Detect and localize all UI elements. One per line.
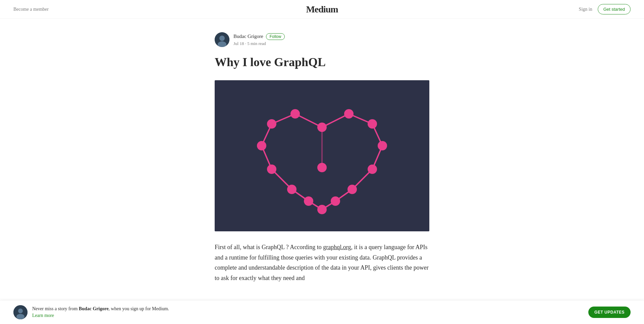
author-avatar [215,32,229,47]
svg-point-21 [257,141,266,150]
svg-point-32 [317,163,327,172]
become-member-link[interactable]: Become a member [13,7,49,12]
medium-logo: Medium [306,4,338,14]
notification-author-name: Budac Grigore [79,306,109,311]
svg-point-1 [219,36,225,41]
svg-point-20 [267,119,276,129]
follow-button[interactable]: Follow [266,33,285,40]
notification-avatar-image [13,305,28,319]
svg-point-34 [18,309,23,313]
author-info: Budac Grigore Follow Jul 18 · 5 min read [233,33,285,46]
svg-point-23 [287,185,297,194]
get-updates-button[interactable]: GET UPDATES [588,307,631,318]
svg-point-18 [317,123,327,132]
notification-text: Never miss a story from Budac Grigore, w… [32,306,169,319]
svg-point-19 [290,109,300,119]
header-left: Become a member [13,7,322,12]
get-started-button[interactable]: Get started [598,4,631,14]
author-section: Budac Grigore Follow Jul 18 · 5 min read [215,32,429,47]
paragraph-pre: First of all, what is GraphQL ? Accordin… [215,244,323,250]
author-name: Budac Grigore [233,34,263,39]
svg-point-28 [368,165,377,174]
hero-svg-container [215,80,429,231]
svg-point-25 [317,205,327,214]
svg-point-31 [344,109,354,119]
author-name-row: Budac Grigore Follow [233,33,285,40]
svg-point-26 [331,196,340,206]
learn-more-link[interactable]: Learn more [32,313,54,318]
svg-point-27 [347,185,357,194]
svg-point-30 [368,119,377,129]
site-header: Become a member Medium Sign in Get start… [0,0,644,19]
notification-left: Never miss a story from Budac Grigore, w… [13,305,169,319]
notification-bar: Never miss a story from Budac Grigore, w… [0,300,644,324]
author-meta: Jul 18 · 5 min read [233,41,285,46]
svg-point-29 [378,141,387,150]
article-paragraph-1: First of all, what is GraphQL ? Accordin… [215,242,429,283]
notification-pre-text: Never miss a story from [32,306,79,311]
avatar-image [215,32,229,47]
graphql-org-link[interactable]: graphql.org [323,244,351,250]
header-center: Medium [306,4,338,15]
notification-post-text: , when you sign up for Medium. [109,306,169,311]
svg-point-35 [16,314,24,319]
notification-avatar [13,305,28,319]
heart-graphic [225,94,419,218]
svg-point-22 [267,165,276,174]
article-body: First of all, what is GraphQL ? Accordin… [215,242,429,283]
header-right: Sign in Get started [322,4,631,14]
svg-point-24 [304,196,313,206]
article-title: Why I love GraphQL [215,55,429,70]
sign-in-link[interactable]: Sign in [579,7,592,12]
main-content: Budac Grigore Follow Jul 18 · 5 min read… [208,19,436,317]
hero-image [215,80,429,231]
